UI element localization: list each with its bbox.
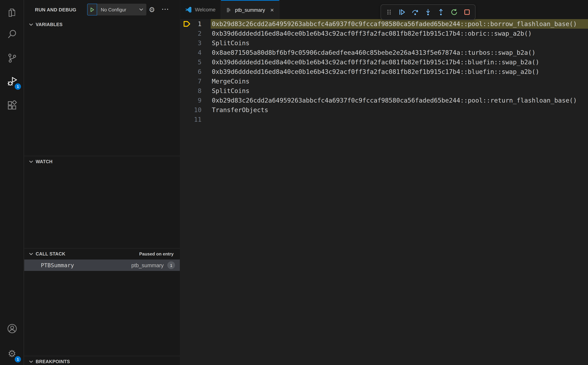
step-out-icon: [437, 8, 445, 16]
line-number[interactable]: 6: [198, 67, 202, 77]
line-number[interactable]: 3: [198, 38, 202, 48]
code-line[interactable]: 3 SplitCoins: [180, 38, 588, 48]
gutter[interactable]: 5: [180, 57, 211, 67]
chevron-down-icon: [29, 160, 33, 163]
line-number[interactable]: 5: [198, 57, 202, 67]
gripper-icon: [386, 9, 392, 15]
gutter[interactable]: 9: [180, 96, 211, 105]
code-line[interactable]: 2 0xb39d6dddedd16ed8a40ce0b1e6b43c92acf0…: [180, 29, 588, 38]
accounts-icon[interactable]: [0, 320, 24, 337]
line-text[interactable]: [211, 115, 588, 124]
continue-button[interactable]: [396, 6, 408, 18]
continue-icon: [398, 8, 406, 16]
chevron-down-icon: [29, 360, 33, 363]
sidebar-header: RUN AND DEBUG No Configur ⚙ ···: [24, 0, 180, 19]
debug-count-badge: 1: [15, 84, 21, 90]
activity-bar: 1 ⚙ 1: [0, 0, 24, 365]
line-text[interactable]: 0x8ae871505a80d8bf6bf9c05906cda6edfeea46…: [211, 48, 588, 57]
code-line[interactable]: 4 0x8ae871505a80d8bf6bf9c05906cda6edfeea…: [180, 48, 588, 57]
views-more-actions-button[interactable]: ···: [161, 5, 170, 14]
gutter[interactable]: 7: [180, 77, 211, 86]
line-text[interactable]: 0xb39d6dddedd16ed8a40ce0b1e6b43c92acf0ff…: [211, 29, 588, 38]
gutter[interactable]: 4: [180, 48, 211, 57]
line-number[interactable]: 1: [198, 19, 202, 29]
code-line[interactable]: 11: [180, 115, 588, 124]
code-line[interactable]: 10 TransferObjects: [180, 105, 588, 115]
list-file-icon: [226, 7, 232, 13]
code-line[interactable]: 9 0xb29d83c26cdd2a64959263abbcfc4a6937f0…: [180, 96, 588, 105]
git-branch-icon: [7, 53, 17, 63]
line-text[interactable]: MergeCoins: [211, 77, 588, 86]
watch-section-header[interactable]: WATCH: [24, 156, 180, 167]
debug-settings-gear-button[interactable]: ⚙: [147, 5, 157, 14]
watch-section-label: WATCH: [36, 159, 53, 164]
line-number[interactable]: 9: [198, 96, 202, 105]
config-dropdown-label: No Configur: [101, 7, 139, 12]
call-stack-section-label: CALL STACK: [36, 251, 65, 256]
restart-button[interactable]: [448, 6, 460, 18]
gear-glyph: ⚙: [149, 6, 155, 13]
pause-reason-status: Paused on entry: [139, 251, 174, 256]
line-number[interactable]: 7: [198, 77, 202, 86]
code-line[interactable]: 7 MergeCoins: [180, 77, 588, 86]
gutter[interactable]: 1: [180, 19, 211, 29]
gutter[interactable]: 11: [180, 115, 211, 124]
line-number[interactable]: 4: [198, 48, 202, 57]
variables-section-label: VARIABLES: [36, 22, 63, 27]
call-stack-section-header[interactable]: CALL STACK Paused on entry: [24, 248, 180, 259]
frame-name: PTBSummary: [41, 262, 74, 268]
step-over-button[interactable]: [409, 6, 421, 18]
frame-source-file: ptb_summary: [131, 262, 164, 268]
code-line[interactable]: 6 0xb39d6dddedd16ed8a40ce0b1e6b43c92acf0…: [180, 67, 588, 77]
line-number[interactable]: 8: [198, 86, 202, 96]
source-control-icon[interactable]: [0, 49, 24, 67]
gear-glyph: ⚙: [8, 349, 16, 358]
line-text[interactable]: TransferObjects: [211, 105, 588, 115]
chevron-down-icon: [139, 8, 143, 11]
gutter[interactable]: 3: [180, 38, 211, 48]
variables-section-header[interactable]: VARIABLES: [24, 19, 180, 30]
line-number[interactable]: 2: [198, 29, 202, 38]
restart-icon: [450, 8, 458, 16]
step-out-button[interactable]: [435, 6, 447, 18]
line-number[interactable]: 11: [194, 115, 202, 124]
line-text[interactable]: 0xb29d83c26cdd2a64959263abbcfc4a6937f0c9…: [211, 19, 588, 29]
call-stack-frame-row[interactable]: PTBSummary ptb_summary 1: [24, 260, 180, 271]
vscode-window: 1 ⚙ 1 RUN AND DEBUG: [0, 0, 588, 365]
chevron-down-icon: [29, 252, 33, 255]
run-and-debug-icon[interactable]: 1: [0, 73, 24, 91]
start-debug-button[interactable]: [87, 4, 97, 15]
step-into-button[interactable]: [422, 6, 434, 18]
search-icon[interactable]: [0, 25, 24, 43]
line-text[interactable]: 0xb29d83c26cdd2a64959263abbcfc4a6937f0c9…: [211, 96, 588, 105]
gutter[interactable]: 2: [180, 29, 211, 38]
code-line[interactable]: 1 0xb29d83c26cdd2a64959263abbcfc4a6937f0…: [180, 19, 588, 29]
code-editor[interactable]: 1 0xb29d83c26cdd2a64959263abbcfc4a6937f0…: [180, 19, 588, 124]
breakpoints-section-header[interactable]: BREAKPOINTS: [24, 356, 180, 365]
line-text[interactable]: SplitCoins: [211, 38, 588, 48]
gutter[interactable]: 10: [180, 105, 211, 115]
extensions-icon[interactable]: [0, 96, 24, 114]
close-icon[interactable]: ×: [270, 7, 274, 13]
debug-toolbar: [381, 4, 475, 20]
tab-ptb-summary[interactable]: ptb_summary ×: [221, 0, 279, 19]
code-line[interactable]: 8 SplitCoins: [180, 86, 588, 96]
gutter[interactable]: 6: [180, 67, 211, 77]
sidebar-title: RUN AND DEBUG: [35, 7, 76, 13]
toolbar-drag-gripper[interactable]: [383, 6, 395, 18]
settings-gear-icon[interactable]: ⚙ 1: [0, 345, 24, 362]
code-line[interactable]: 5 0xb39d6dddedd16ed8a40ce0b1e6b43c92acf0…: [180, 57, 588, 67]
gutter[interactable]: 8: [180, 86, 211, 96]
person-circle-icon: [7, 323, 17, 334]
line-text[interactable]: SplitCoins: [211, 86, 588, 96]
ellipsis-icon: ···: [162, 6, 169, 13]
editor-group: Welcome ptb_summary ×: [180, 0, 588, 365]
line-number[interactable]: 10: [194, 105, 202, 115]
line-text[interactable]: 0xb39d6dddedd16ed8a40ce0b1e6b43c92acf0ff…: [211, 67, 588, 77]
stop-button[interactable]: [461, 6, 473, 18]
tab-welcome[interactable]: Welcome: [180, 0, 221, 19]
debug-config-dropdown[interactable]: No Configur: [97, 4, 146, 15]
line-text[interactable]: 0xb39d6dddedd16ed8a40ce0b1e6b43c92acf0ff…: [211, 57, 588, 67]
step-over-icon: [411, 8, 419, 16]
explorer-icon[interactable]: [0, 4, 24, 21]
